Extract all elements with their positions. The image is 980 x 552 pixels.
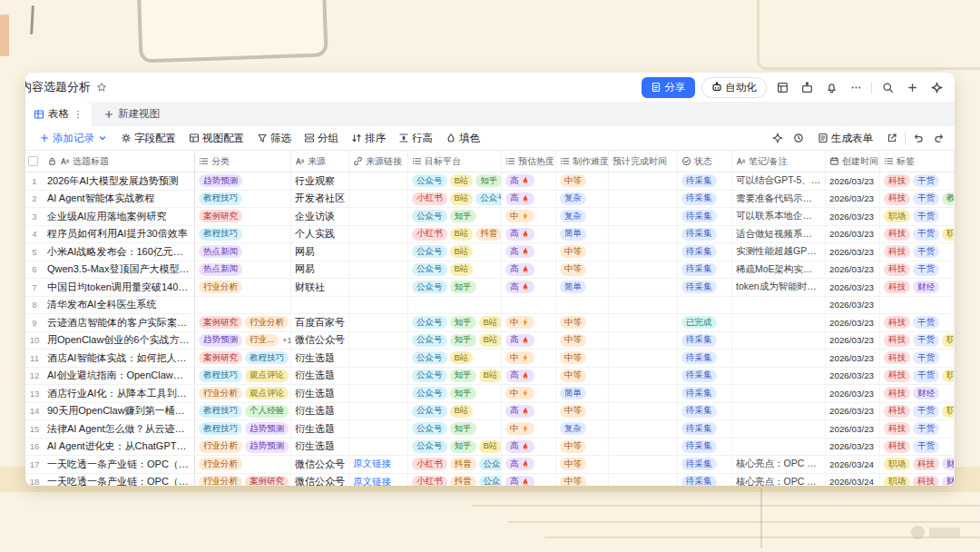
cell-tags[interactable]: 科技干货 bbox=[880, 261, 955, 279]
cell-heat[interactable]: 中 bbox=[502, 420, 556, 438]
column-header-cats[interactable]: 分类 bbox=[195, 151, 291, 172]
cell-diff[interactable]: 中等 bbox=[556, 314, 609, 331]
cell-due[interactable] bbox=[609, 243, 678, 261]
cell-diff[interactable] bbox=[556, 297, 609, 314]
cell-title[interactable]: 用OpenClaw创业的6个实战方向：从想... bbox=[44, 332, 195, 350]
cell-note[interactable] bbox=[732, 385, 826, 402]
cell-link[interactable] bbox=[349, 385, 408, 402]
cell-link[interactable] bbox=[349, 226, 408, 243]
cell-due[interactable] bbox=[609, 332, 678, 350]
cell-due[interactable] bbox=[609, 385, 678, 402]
cell-status[interactable]: 待采集 bbox=[678, 226, 732, 243]
cell-status[interactable]: 待采集 bbox=[678, 456, 732, 473]
toolbar-item-筛选[interactable]: 筛选 bbox=[250, 132, 298, 145]
cell-tags[interactable]: 科技干货职场 bbox=[880, 226, 955, 243]
column-header-src[interactable]: 来源 bbox=[291, 151, 349, 172]
cell-note[interactable]: 可以结合GPT-5、Claude... bbox=[732, 172, 826, 190]
cell-link[interactable]: 原文链接 bbox=[349, 474, 408, 487]
column-header-title[interactable]: 选题标题 bbox=[44, 151, 195, 172]
cell-platforms[interactable]: 公众号知乎 bbox=[408, 279, 502, 296]
search-icon[interactable] bbox=[878, 78, 897, 96]
cell-platforms[interactable]: 公众号B站 bbox=[408, 243, 502, 261]
cell-title[interactable]: AI创业避坑指南：OpenClaw生态的6个... bbox=[44, 368, 195, 385]
column-header-diff[interactable]: 制作难度 bbox=[556, 151, 609, 172]
cell-heat[interactable]: 高 bbox=[502, 226, 556, 243]
cell-note[interactable]: 适合做短视频系列，每... bbox=[732, 226, 826, 243]
column-header-platforms[interactable]: 目标平台 bbox=[408, 151, 502, 172]
cell-link[interactable] bbox=[349, 279, 408, 296]
cell-src[interactable]: 微信公众号 bbox=[291, 474, 349, 487]
cell-status[interactable]: 待采集 bbox=[678, 332, 732, 350]
cell-title[interactable]: 云迹酒店智能体的客户实际案例：智能... bbox=[44, 314, 195, 331]
redo-icon[interactable] bbox=[931, 130, 947, 146]
cell-title[interactable]: 中国日均token调用量突破140万亿 bbox=[44, 279, 195, 296]
cell-cats[interactable]: 行业分析 bbox=[195, 456, 291, 473]
cell-src[interactable]: 微信公众号 bbox=[291, 332, 349, 350]
cell-link[interactable] bbox=[349, 403, 408, 420]
toolbar-item-视图配置[interactable]: 视图配置 bbox=[182, 132, 250, 145]
column-header-heat[interactable]: 预估热度 bbox=[502, 151, 556, 172]
cell-tags[interactable]: 科技干货 bbox=[880, 172, 955, 190]
cell-cats[interactable]: 案例研究教程技巧 bbox=[195, 350, 291, 367]
cell-src[interactable]: 开发者社区 bbox=[291, 191, 349, 208]
cell-due[interactable] bbox=[609, 191, 678, 208]
cell-src[interactable] bbox=[291, 297, 349, 314]
cell-created[interactable]: 2026/03/23 bbox=[826, 439, 880, 456]
cell-platforms[interactable]: 公众号B站知乎 bbox=[408, 172, 502, 190]
cell-status[interactable]: 待采集 bbox=[678, 172, 732, 190]
cell-src[interactable]: 衍生选题 bbox=[291, 403, 349, 420]
column-header-link[interactable]: 来源链接 bbox=[349, 151, 408, 172]
cell-status[interactable]: 待采集 bbox=[678, 350, 732, 367]
cell-tags[interactable]: 科技干货 bbox=[880, 350, 955, 367]
cell-diff[interactable]: 中等 bbox=[556, 456, 609, 473]
cell-link[interactable] bbox=[349, 172, 408, 190]
cell-title[interactable]: AI Agent进化史：从ChatGPT到OpenCla... bbox=[44, 439, 195, 456]
cell-num[interactable]: 3 bbox=[25, 208, 44, 225]
cell-diff[interactable]: 简单 bbox=[556, 226, 609, 243]
cell-cats[interactable]: 行业分析案例研究 bbox=[195, 474, 291, 487]
cell-created[interactable]: 2026/03/23 bbox=[826, 261, 880, 279]
cell-heat[interactable]: 中 bbox=[502, 385, 556, 402]
cell-cats[interactable]: 案例研究 bbox=[195, 208, 291, 225]
cell-title[interactable]: Qwen3.5-Max登顶国产大模型榜首 bbox=[44, 261, 195, 279]
cell-note[interactable] bbox=[732, 297, 826, 314]
cell-diff[interactable]: 中等 bbox=[556, 243, 609, 261]
cell-heat[interactable]: 高 bbox=[502, 172, 556, 190]
share-view-icon[interactable] bbox=[884, 130, 900, 146]
cell-cats[interactable]: 行业分析 bbox=[195, 279, 291, 296]
cell-note[interactable] bbox=[732, 350, 826, 367]
cell-heat[interactable]: 高 bbox=[502, 368, 556, 385]
cell-created[interactable]: 2026/03/23 bbox=[826, 350, 880, 367]
cell-created[interactable]: 2026/03/23 bbox=[826, 385, 880, 402]
cell-created[interactable]: 2026/03/24 bbox=[826, 474, 880, 487]
cell-num[interactable]: 12 bbox=[25, 368, 44, 385]
cell-note[interactable]: token成为智能时代的价... bbox=[732, 279, 826, 296]
cell-note[interactable] bbox=[732, 420, 826, 438]
history-icon[interactable] bbox=[790, 130, 807, 146]
cell-platforms[interactable]: 公众号知乎B站 bbox=[408, 332, 502, 350]
toolbar-item-添加记录[interactable]: 添加记录 bbox=[33, 132, 114, 145]
column-header-created[interactable]: 创建时间 bbox=[826, 151, 880, 172]
cell-created[interactable]: 2026/03/23 bbox=[826, 191, 880, 208]
cell-diff[interactable]: 中等 bbox=[556, 403, 609, 420]
favorite-star-icon[interactable] bbox=[96, 82, 107, 93]
cell-note[interactable] bbox=[732, 314, 826, 331]
column-header-tags[interactable]: 标签 bbox=[880, 151, 955, 172]
automation-button[interactable]: 自动化 bbox=[701, 77, 768, 98]
cell-src[interactable]: 企业访谈 bbox=[291, 208, 349, 225]
magic-sparkle-icon[interactable] bbox=[927, 78, 946, 96]
cell-platforms[interactable]: 公众号B站 bbox=[408, 261, 502, 279]
view-tab-grid[interactable]: 表格 bbox=[25, 102, 92, 126]
cell-link[interactable] bbox=[349, 439, 408, 456]
cell-src[interactable]: 衍生选题 bbox=[291, 350, 349, 367]
cell-status[interactable]: 待采集 bbox=[678, 403, 732, 420]
cell-heat[interactable]: 高 bbox=[502, 243, 556, 261]
cell-link[interactable] bbox=[349, 261, 408, 279]
cell-created[interactable]: 2026/03/23 bbox=[826, 297, 880, 314]
cell-note[interactable]: 实测性能超越GPT-4.5，... bbox=[732, 243, 826, 261]
cell-title[interactable]: 法律AI Agent怎么做？从云迹案例看垂直... bbox=[44, 420, 195, 438]
cell-link[interactable] bbox=[349, 208, 408, 225]
cell-link[interactable]: 原文链接 bbox=[349, 456, 408, 473]
cell-due[interactable] bbox=[609, 314, 678, 331]
cell-num[interactable]: 13 bbox=[25, 385, 44, 402]
